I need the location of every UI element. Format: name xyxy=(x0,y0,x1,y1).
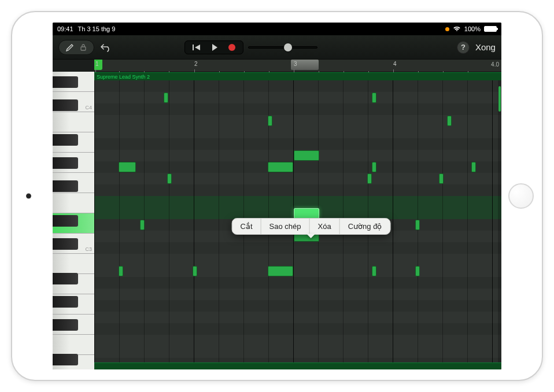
svg-rect-0 xyxy=(81,47,86,50)
midi-note[interactable] xyxy=(268,266,293,276)
ruler-tick: 4 xyxy=(393,61,397,73)
undo-icon[interactable] xyxy=(100,43,112,52)
pencil-icon xyxy=(66,43,74,51)
piano-black-key[interactable] xyxy=(53,215,78,227)
region-header[interactable]: Supreme Lead Synth 2 xyxy=(94,72,501,80)
recording-indicator-dot xyxy=(445,27,449,31)
region-name: Supreme Lead Synth 2 xyxy=(97,74,150,80)
midi-note[interactable] xyxy=(447,116,452,126)
status-battery-pct: 100% xyxy=(464,25,481,32)
midi-note-selected[interactable] xyxy=(294,208,319,219)
midi-note[interactable] xyxy=(119,162,136,172)
battery-icon xyxy=(484,26,497,32)
midi-note[interactable] xyxy=(471,162,476,172)
rewind-icon[interactable] xyxy=(192,43,201,51)
piano-black-key[interactable] xyxy=(53,134,78,146)
piano-black-key[interactable] xyxy=(53,76,78,88)
midi-note[interactable] xyxy=(167,173,172,184)
midi-note[interactable] xyxy=(372,162,376,172)
piano-black-key[interactable] xyxy=(53,157,78,169)
midi-note[interactable] xyxy=(294,150,319,161)
midi-note[interactable] xyxy=(415,220,420,230)
camera-dot xyxy=(26,194,31,199)
key-label-c4: C4 xyxy=(85,105,92,110)
piano-black-key[interactable] xyxy=(53,238,78,250)
piano-roll-editor: C4C3 Cắt Sao chép Xóa Cường độ xyxy=(53,80,501,369)
svg-rect-1 xyxy=(193,45,194,50)
midi-note[interactable] xyxy=(372,266,376,276)
ruler-end-label: 4.0 xyxy=(491,61,499,68)
piano-keyboard[interactable]: C4C3 xyxy=(53,80,94,369)
menu-item-delete[interactable]: Xóa xyxy=(310,219,340,234)
slider-knob[interactable] xyxy=(284,43,292,51)
lock-icon xyxy=(80,43,87,51)
ipad-device-frame: 09:41 Th 3 15 thg 9 100% xyxy=(11,11,543,381)
menu-item-cut[interactable]: Cắt xyxy=(232,219,261,234)
midi-note[interactable] xyxy=(268,116,272,126)
midi-note[interactable] xyxy=(415,266,420,276)
piano-black-key[interactable] xyxy=(53,296,78,308)
midi-note[interactable] xyxy=(193,266,197,276)
piano-white-key[interactable] xyxy=(53,112,94,132)
piano-white-key[interactable] xyxy=(53,193,94,213)
piano-black-key[interactable] xyxy=(53,354,78,365)
status-date: Th 3 15 thg 9 xyxy=(78,25,116,32)
menu-item-copy[interactable]: Sao chép xyxy=(261,219,310,234)
ruler-tick: 3 xyxy=(294,61,297,73)
vertical-scrollbar[interactable] xyxy=(498,80,501,363)
home-button[interactable] xyxy=(508,183,534,209)
midi-note[interactable] xyxy=(372,93,376,103)
midi-note[interactable] xyxy=(119,266,123,276)
piano-black-key[interactable] xyxy=(53,180,78,192)
region-footer-bar xyxy=(94,363,501,369)
record-icon[interactable] xyxy=(228,43,236,51)
help-glyph: ? xyxy=(461,43,466,51)
timeline-ruler[interactable]: 1 2 3 4 4.0 xyxy=(94,60,501,72)
midi-note[interactable] xyxy=(164,93,168,103)
editor-toolbar: ? Xong xyxy=(53,35,501,60)
note-grid[interactable]: Cắt Sao chép Xóa Cường độ xyxy=(94,80,501,369)
ruler-tick: 2 xyxy=(194,61,198,73)
piano-white-key[interactable] xyxy=(53,335,94,355)
status-bar: 09:41 Th 3 15 thg 9 100% xyxy=(53,23,501,35)
svg-point-2 xyxy=(228,44,235,51)
midi-note[interactable] xyxy=(439,173,444,184)
status-time: 09:41 xyxy=(57,25,73,32)
volume-slider[interactable] xyxy=(248,46,317,49)
key-label-c3: C3 xyxy=(85,246,92,252)
piano-black-key[interactable] xyxy=(53,99,78,111)
midi-note[interactable] xyxy=(367,173,372,184)
transport-controls xyxy=(184,40,317,54)
wifi-icon xyxy=(453,26,461,32)
scrollbar-thumb[interactable] xyxy=(498,86,501,112)
play-icon[interactable] xyxy=(210,43,219,51)
done-button[interactable]: Xong xyxy=(475,42,496,52)
piano-black-key[interactable] xyxy=(53,273,78,284)
edit-mode-toggle[interactable] xyxy=(58,40,94,55)
help-button[interactable]: ? xyxy=(457,41,470,54)
midi-note[interactable] xyxy=(268,162,293,172)
screen: 09:41 Th 3 15 thg 9 100% xyxy=(53,23,501,369)
note-context-menu: Cắt Sao chép Xóa Cường độ xyxy=(232,218,391,235)
midi-note[interactable] xyxy=(140,220,145,230)
menu-item-velocity[interactable]: Cường độ xyxy=(340,219,390,234)
piano-white-key[interactable] xyxy=(53,254,94,274)
piano-black-key[interactable] xyxy=(53,319,78,331)
ruler-tick: 1 xyxy=(95,61,99,73)
